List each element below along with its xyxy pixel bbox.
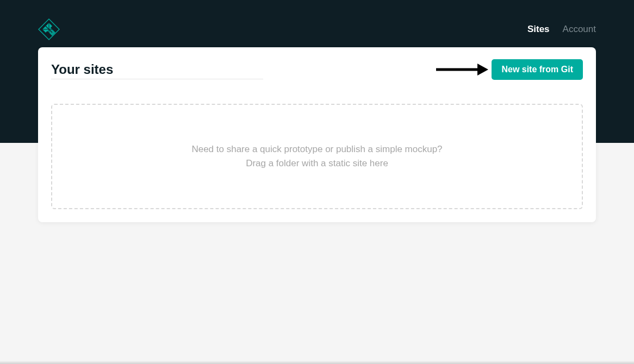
page-title: Your sites — [51, 62, 113, 77]
card-header: Your sites New site from Git — [51, 59, 583, 80]
top-header: Sites Account — [0, 0, 634, 47]
netlify-logo-icon — [38, 18, 60, 40]
sites-card: Your sites New site from Git Need to sha… — [38, 47, 596, 222]
dropzone-line1: Need to share a quick prototype or publi… — [191, 142, 442, 156]
content-wrapper: Your sites New site from Git Need to sha… — [38, 47, 596, 222]
nav-account[interactable]: Account — [563, 24, 596, 35]
nav-sites[interactable]: Sites — [527, 24, 550, 35]
bottom-shadow — [0, 361, 634, 364]
new-site-from-git-button[interactable]: New site from Git — [492, 59, 583, 80]
top-nav: Sites Account — [527, 24, 596, 35]
title-underline — [51, 79, 263, 79]
deploy-dropzone[interactable]: Need to share a quick prototype or publi… — [51, 104, 583, 209]
netlify-logo[interactable] — [38, 18, 60, 40]
dropzone-line2: Drag a folder with a static site here — [246, 156, 388, 171]
